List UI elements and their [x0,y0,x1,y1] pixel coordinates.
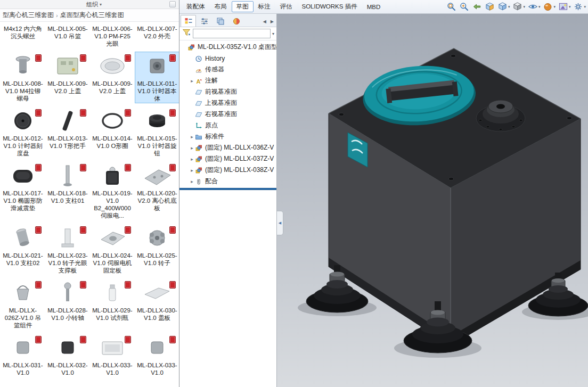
tree-item[interactable]: ▸标准件 [179,131,276,142]
zoom-fit-icon[interactable] [445,1,458,12]
file-item[interactable]: ML-DLLX-029-V1.0 试剂瓶 [90,278,135,330]
display-style-icon[interactable]: ▾ [511,1,526,12]
file-thumbnail [6,108,39,134]
tree-item[interactable]: 前视基准面 [179,86,276,97]
file-item[interactable]: ML-DLLX-023-V1.0 转子光眼支撑板 [45,224,90,275]
propertymanager-tab[interactable] [197,15,212,27]
ribbon-tab-0[interactable]: 装配体 [182,1,210,12]
ribbon-tab-5[interactable]: SOLIDWORKS 插件 [297,1,362,12]
file-item[interactable]: ML-DLLX-033-V1.0 [90,333,135,377]
file-item[interactable]: ML-DLLX-018-V1.0 支柱01 [45,161,90,220]
file-item[interactable]: ML-DLLX-009-V2.0 上盖 [45,52,90,103]
view-options-button[interactable] [169,1,176,7]
panel-collapse-tab[interactable]: ◀ [277,211,283,235]
file-item[interactable]: ML-DLLX-009-V2.0 上盖 [90,52,135,103]
chevron-down-icon[interactable]: ▾ [523,5,525,9]
breadcrumb[interactable]: 型离心机三维套图 › 桌面型离心机三维套图 [0,9,179,22]
configurationmanager-tab[interactable] [213,15,228,27]
file-item[interactable]: ML-DLLX-017-V1.0 椭圆形防滑减震垫 [1,161,45,220]
edit-appearance-icon[interactable]: ▾ [542,1,557,12]
ribbon-tab-4[interactable]: 评估 [275,1,297,12]
file-thumbnail [96,108,129,134]
file-item[interactable]: ML-DLLX-006-V1.0 PM-F25光眼 [90,24,135,48]
displaymanager-tab[interactable] [228,15,244,27]
section-view-icon[interactable] [484,1,496,12]
svg-text:A: A [197,78,201,84]
previous-view-icon[interactable] [471,1,483,12]
chevron-down-icon[interactable]: ▾ [584,5,586,9]
filter-chevron-icon[interactable]: ▾ [272,31,274,36]
centrifuge-3d-model[interactable] [277,14,588,387]
ribbon-tab-3[interactable]: 标注 [254,1,275,12]
tree-item[interactable]: ▸A注解 [179,75,276,86]
file-item[interactable]: ML-DLLX-025-V1.0 转子 [135,224,179,275]
apply-scene-icon[interactable]: ▾ [557,1,572,12]
featuremanager-tab[interactable] [181,15,196,27]
fm-tabs-scroll-right[interactable]: ▶ [269,19,275,24]
ribbon-tab-6[interactable]: MBD [362,2,386,12]
tree-item[interactable]: 右视基准面 [179,109,276,120]
chevron-down-icon[interactable]: ▾ [569,5,571,9]
file-label: ML-DLLX-019-V1.0 B2_400W000伺服电... [92,190,133,219]
tree-item[interactable]: 上视基准面 [179,97,276,109]
file-item[interactable]: ML-DLLX-008-V1.0 M4拉铆螺母 [1,52,45,103]
file-item[interactable]: ML-DLLX-031-V1.0 [1,333,45,377]
file-item[interactable]: ML-DLLX-015-V1.0 计时器旋钮 [135,106,179,158]
chevron-down-icon[interactable]: ▾ [508,5,510,9]
tree-item-label: (固定) ML-DLLX-037Z-V [205,154,274,163]
view-settings-icon[interactable]: ▾ [572,1,587,12]
tree-item[interactable]: History [179,53,276,64]
rollback-bar[interactable] [179,188,276,190]
file-item[interactable]: ML-DLLX-032-V1.0 [45,333,90,377]
chevron-down-icon[interactable]: ▾ [538,5,541,9]
file-item[interactable]: ML-DLLX-033-V1.0 [135,333,179,377]
ribbon-tab-1[interactable]: 布局 [210,1,232,12]
tree-item[interactable]: ▸(固定) ML-DLLX-037Z-V [179,153,276,164]
file-item[interactable]: ML-DLLX-028-V1.0 小转轴 [45,278,90,330]
solidworks-file-badge-icon [80,226,86,234]
solidworks-file-badge-icon [169,54,176,62]
file-item[interactable]: ML-DLLX-007-V2.0 外壳 [135,24,179,48]
tree-item[interactable]: ▸(固定) ML-DLLX-036Z-V [179,142,276,153]
zoom-area-icon[interactable] [458,1,470,12]
organize-button[interactable]: 组织 ▾ [83,1,105,9]
tree-filter-input[interactable] [193,29,271,38]
fm-tabs-scroll-left[interactable]: ◀ [262,19,268,24]
workarea: ◀▶ ▾ ML-DLLX-035Z-V1.0 桌面型History传感器▸A注解… [179,14,588,387]
file-item[interactable]: ML-DLLX-021-V1.0 支柱02 [1,224,45,275]
file-item[interactable]: ML-DLLX-026Z-V1.0 吊篮组件 [1,278,45,330]
expand-arrow-icon[interactable]: ▸ [189,134,195,139]
file-item[interactable]: ML-DLLX-014-V1.0 O形圈 [90,106,135,158]
tree-filter-bar: ▾ [179,27,276,40]
view-orientation-icon[interactable]: ▾ [496,1,511,12]
3d-viewport[interactable]: ◀ [277,14,588,387]
expand-arrow-icon[interactable]: ▸ [189,145,195,151]
file-item-selected[interactable]: ML-DLLX-011-V1.0 计时器本体 [135,52,179,103]
ribbon-tab-2[interactable]: 草图 [232,1,254,12]
file-item[interactable]: ML-DLLX-024-V1.0 伺服电机固定板 [90,224,135,275]
file-item[interactable]: ML-DLLX-012-V1.0 计时器刻度盘 [1,106,45,158]
breadcrumb-parent[interactable]: 型离心机三维套图 [3,11,54,20]
hide-show-items-icon[interactable]: ▾ [527,1,542,12]
breadcrumb-current[interactable]: 桌面型离心机三维套图 [60,11,124,20]
file-item[interactable]: M4x12 内六角沉头螺丝 [1,24,45,48]
file-item[interactable]: ML-DLLX-019-V1.0 B2_400W000伺服电... [90,161,135,220]
file-item[interactable]: ML-DLLX-013-V1.0 T形把手 [45,106,90,158]
chevron-down-icon[interactable]: ▾ [553,5,556,9]
expand-arrow-icon[interactable]: ▸ [189,157,195,162]
file-item[interactable]: ML-DLLX-005-V1.0 吊篮 [45,24,90,48]
solidworks-file-badge-icon [125,164,131,171]
tree-item[interactable]: ▸(固定) ML-DLLX-038Z-V [179,164,276,176]
file-label: ML-DLLX-028-V1.0 小转轴 [47,307,88,322]
expand-arrow-icon[interactable]: ▸ [189,168,195,173]
tree-item[interactable]: ML-DLLX-035Z-V1.0 桌面型 [179,42,276,53]
expand-arrow-icon[interactable]: ▸ [189,78,195,84]
file-item[interactable]: ML-DLLX-020-V2.0 离心机底板 [135,161,179,220]
solidworks-file-badge-icon [125,54,131,62]
tree-item[interactable]: ▸配合 [179,176,276,187]
expand-arrow-icon[interactable]: ▸ [189,179,195,184]
tree-item[interactable]: 传感器 [179,64,276,75]
tree-item[interactable]: 原点 [179,120,276,131]
file-item[interactable]: ML-DLLX-030-V1.0 盖板 [135,278,179,330]
file-label: ML-DLLX-020-V2.0 离心机底板 [137,190,177,212]
